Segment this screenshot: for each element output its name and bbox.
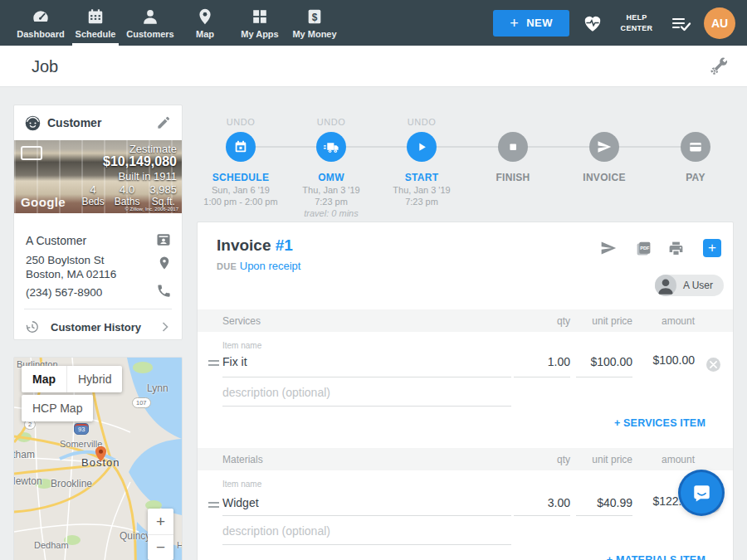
stop-icon xyxy=(505,139,520,154)
nav-item-schedule[interactable]: Schedule xyxy=(68,0,123,46)
send-invoice-icon[interactable] xyxy=(598,240,618,256)
invoice-due: DUE Upon receipt xyxy=(217,260,300,272)
drag-handle-icon[interactable] xyxy=(208,360,219,368)
pay-step-button[interactable] xyxy=(681,132,710,162)
dollar-icon: $ xyxy=(305,7,324,26)
contact-card-icon[interactable] xyxy=(155,231,172,248)
help-chat-button[interactable] xyxy=(681,472,722,514)
item-name-field-label: Item name xyxy=(222,480,261,489)
calendar-step-icon xyxy=(233,139,248,154)
service-item-name-input[interactable]: Fix it xyxy=(222,355,247,368)
nav-item-label: My Money xyxy=(292,29,336,39)
svg-text:$: $ xyxy=(312,11,318,22)
unit-price-column-header: unit price xyxy=(592,454,632,465)
undo-link[interactable]: UNDO xyxy=(372,117,471,127)
nav-item-my-apps[interactable]: My Apps xyxy=(232,0,287,46)
material-qty-input[interactable]: 3.00 xyxy=(548,496,570,509)
zoom-out-button[interactable]: − xyxy=(148,534,173,560)
pdf-icon[interactable]: PDF xyxy=(635,240,652,257)
map-zoom-control: + − xyxy=(148,509,173,560)
location-pin-icon[interactable] xyxy=(157,255,172,271)
street-view-icon[interactable] xyxy=(21,146,42,160)
zestimate-value: $10,149,080 xyxy=(103,154,177,169)
input-underline xyxy=(222,544,511,545)
nav-item-label: Dashboard xyxy=(17,29,64,39)
customer-history-label: Customer History xyxy=(51,321,141,334)
nav-item-map[interactable]: Map xyxy=(178,0,232,46)
add-materials-item-link[interactable]: + MATERIALS ITEM xyxy=(607,554,706,560)
interstate-93-shield: 93 xyxy=(74,423,89,435)
assigned-user-pill[interactable]: A User xyxy=(655,275,724,296)
edit-pencil-icon[interactable] xyxy=(156,114,172,130)
map-type-map-button[interactable]: Map xyxy=(22,366,66,392)
print-icon[interactable] xyxy=(667,240,685,257)
add-invoice-button[interactable]: + xyxy=(703,239,721,257)
service-unit-price-input[interactable]: $100.00 xyxy=(590,355,632,368)
truck-icon xyxy=(324,139,339,155)
step-label: PAY xyxy=(646,172,745,183)
omw-step-button[interactable] xyxy=(316,132,346,162)
material-description-input[interactable]: description (optional) xyxy=(222,524,330,538)
material-unit-price-input[interactable]: $40.99 xyxy=(597,496,632,509)
invoice-title: Invoice #1 xyxy=(217,236,293,255)
unit-price-column-header: unit price xyxy=(592,315,632,327)
remove-service-item-button[interactable] xyxy=(706,358,720,372)
customer-card: Customer Zestimate $10,149,080 Built in … xyxy=(13,105,183,340)
nav-item-dashboard[interactable]: Dashboard xyxy=(13,0,68,46)
top-nav: Dashboard Schedule Customers Map My Apps… xyxy=(0,0,747,46)
hcp-map-control: HCP Map xyxy=(22,395,93,421)
map-type-hybrid-button[interactable]: Hybrid xyxy=(66,366,122,392)
item-name-field-label: Item name xyxy=(222,341,261,350)
map-label-newton: Newton xyxy=(13,475,42,487)
stat-sqft: 3,985Sq.ft. xyxy=(149,183,177,207)
tasks-check-icon[interactable] xyxy=(670,13,691,33)
nav-right-cluster: + NEW HELP CENTER AU xyxy=(493,0,747,46)
stat-baths: 4.0Baths xyxy=(115,183,140,207)
apps-grid-icon xyxy=(251,7,269,26)
new-button[interactable]: + NEW xyxy=(493,10,569,37)
phone-icon[interactable] xyxy=(156,283,172,299)
job-location-marker[interactable] xyxy=(95,446,107,462)
stat-beds: 4Beds xyxy=(81,183,104,207)
zestimate-label: Zestimate xyxy=(129,143,177,155)
nav-item-my-money[interactable]: $ My Money xyxy=(287,0,342,46)
nav-item-label: Customers xyxy=(126,29,173,39)
dashboard-gauge-icon xyxy=(32,7,50,26)
invoice-number[interactable]: #1 xyxy=(276,236,293,254)
finish-step-button[interactable] xyxy=(498,132,528,162)
customer-history-row[interactable]: Customer History xyxy=(14,314,182,339)
services-section-header: Services qty unit price amount xyxy=(198,309,733,332)
history-clock-icon xyxy=(24,319,41,335)
map-label-waltham: Waltham xyxy=(13,449,35,460)
customer-phone: (234) 567-8900 xyxy=(26,286,102,299)
due-value-link[interactable]: Upon receipt xyxy=(240,260,301,272)
help-center-link[interactable]: HELP CENTER xyxy=(616,12,657,32)
step-label: INVOICE xyxy=(554,172,654,183)
address-line2: Boston, MA 02116 xyxy=(26,267,116,281)
undo-link[interactable]: UNDO xyxy=(191,117,290,127)
material-item-name-input[interactable]: Widget xyxy=(222,496,259,509)
heart-pulse-icon[interactable] xyxy=(582,12,603,34)
nav-item-label: My Apps xyxy=(241,29,278,39)
job-timeline: UNDO SCHEDULE Sun, Jan 6 '19 1:00 pm - 2… xyxy=(197,108,735,217)
page-title: Job xyxy=(32,57,58,76)
drag-handle-icon[interactable] xyxy=(208,502,219,510)
undo-link[interactable]: UNDO xyxy=(281,117,381,127)
schedule-step-button[interactable] xyxy=(226,132,256,162)
section-name: Materials xyxy=(222,454,263,465)
add-services-item-link[interactable]: + SERVICES ITEM xyxy=(614,417,706,429)
user-avatar[interactable]: AU xyxy=(704,7,735,39)
step-label: FINISH xyxy=(463,172,563,183)
zoom-in-button[interactable]: + xyxy=(148,509,173,534)
service-description-input[interactable]: description (optional) xyxy=(222,386,330,399)
input-underline xyxy=(222,515,511,516)
service-qty-input[interactable]: 1.00 xyxy=(548,355,570,368)
invoice-step-button[interactable] xyxy=(589,132,619,162)
chevron-right-icon xyxy=(157,319,173,335)
nav-item-customers[interactable]: Customers xyxy=(123,0,178,46)
hcp-map-button[interactable]: HCP Map xyxy=(22,395,93,421)
job-settings-wrench-gear-icon[interactable] xyxy=(709,56,729,76)
start-step-button[interactable] xyxy=(407,132,437,162)
step-label: OMW xyxy=(281,172,381,183)
customer-address: 250 Boylston St Boston, MA 02116 xyxy=(26,253,116,281)
